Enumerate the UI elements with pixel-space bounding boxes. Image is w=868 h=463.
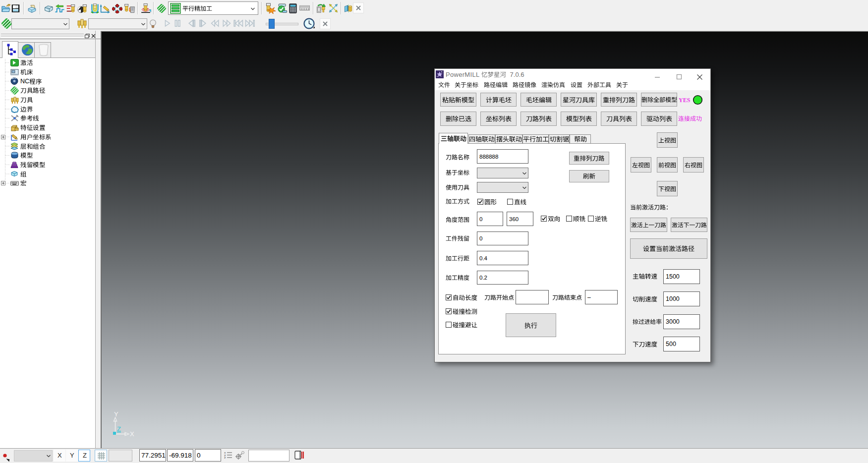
svg-text:Y: Y	[114, 410, 118, 418]
svg-text:z: z	[224, 456, 226, 460]
svg-text:Z: Z	[117, 425, 121, 433]
svg-text:X: X	[130, 430, 134, 438]
